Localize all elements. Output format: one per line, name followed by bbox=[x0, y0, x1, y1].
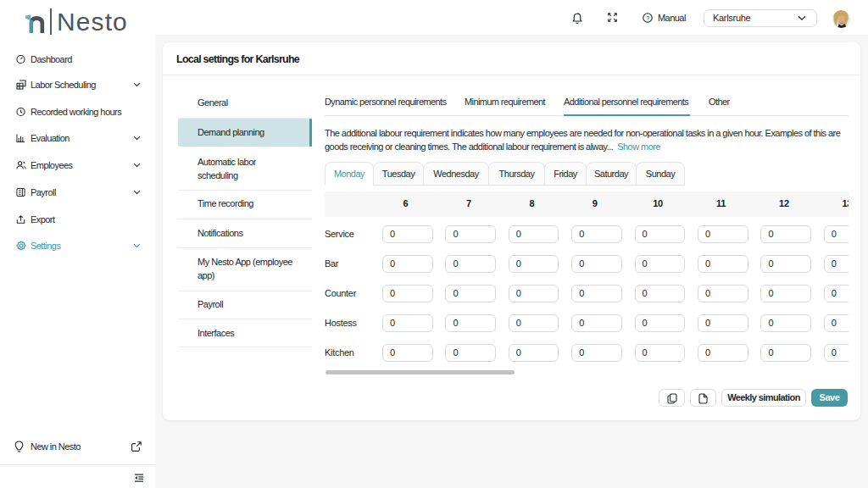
svg-text:?: ? bbox=[646, 14, 649, 22]
